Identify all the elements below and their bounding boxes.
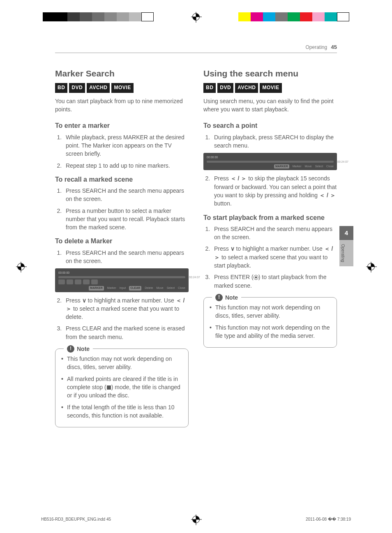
registration-marks	[0, 0, 392, 23]
section-name: Operating	[305, 44, 327, 50]
subheading: To recall a marked scene	[55, 175, 189, 184]
subheading: To search a point	[203, 121, 337, 130]
page-content: Operating 45 4 Operating Marker Search B…	[41, 41, 351, 500]
badge-avchd: AVCHD	[235, 83, 258, 92]
note-item: All marked points are cleared if the tit…	[61, 375, 182, 400]
format-badges: BD DVD AVCHD MOVIE	[55, 83, 189, 92]
registration-target-icon	[192, 516, 200, 523]
enter-icon	[254, 275, 258, 280]
screenshot-footer: MARKERMarker MoveSelectClose	[207, 164, 334, 168]
list-item: Press ＜ / ＞ to skip the playback 15 seco…	[212, 174, 337, 208]
timecode: 00:00:00	[207, 155, 334, 159]
badge-bd: BD	[55, 83, 67, 92]
note-icon: !	[67, 345, 74, 353]
progress-bar: 00:24:07	[207, 161, 334, 163]
note-header: ! Note	[64, 345, 93, 353]
ordered-list: Press SEARCH and the search menu appears…	[55, 187, 189, 231]
ordered-list: Press ∨ to highlight a marker number. Us…	[55, 296, 189, 341]
subheading: To delete a Marker	[55, 236, 189, 246]
badge-movie: MOVIE	[111, 83, 133, 92]
list-item: Repeat step 1 to add up to nine markers.	[63, 162, 189, 170]
intro-text: You can start playback from up to nine m…	[55, 97, 189, 114]
search-menu-screenshot: 00:00:00 00:24:07 MARKERMarker Input CLE…	[55, 268, 189, 292]
left-right-arrow-icon: ＜ / ＞	[231, 175, 247, 182]
intro-text: Using search menu, you can easily to fin…	[203, 97, 337, 114]
grayscale-swatches	[43, 12, 154, 21]
note-icon: !	[215, 294, 223, 301]
page-header: Operating 45	[305, 44, 337, 51]
registration-target-icon	[192, 13, 200, 21]
chapter-tab: 4 Operating	[339, 226, 353, 266]
list-item: Press SEARCH and the search menu appears…	[212, 225, 337, 242]
list-item: During playback, press SEARCH to display…	[212, 133, 337, 150]
left-right-arrow-icon: ＜ / ＞	[319, 192, 336, 198]
list-item: Press ∨ to highlight a marker number. Us…	[63, 296, 189, 321]
ordered-list: Press ＜ / ＞ to skip the playback 15 seco…	[203, 174, 337, 208]
right-column: Using the search menu BD DVD AVCHD MOVIE…	[203, 67, 337, 427]
search-menu-screenshot: 00:00:00 00:24:07 MARKERMarker MoveSelec…	[203, 153, 337, 170]
progress-bar: 00:24:07	[58, 276, 185, 278]
page-number: 45	[331, 44, 337, 50]
subheading: To start playback from a marked scene	[203, 213, 337, 222]
color-swatches	[238, 12, 349, 21]
list-item: Press CLEAR and the marked scene is eras…	[63, 324, 189, 341]
print-footer: HB516-RD3_BDEUPPK_ENG.indd 45 2011-06-08…	[41, 517, 351, 523]
badge-bd: BD	[203, 83, 216, 92]
badge-avchd: AVCHD	[87, 83, 110, 92]
note-label: Note	[225, 293, 238, 302]
marker-chips	[58, 279, 185, 284]
list-item: Press SEARCH and the search menu appears…	[63, 249, 189, 265]
note-item: If the total length of the title is less…	[61, 403, 182, 420]
list-item: While playback, press MARKER at the desi…	[63, 133, 189, 158]
list-item: Press ∨ to highlight a marker number. Us…	[212, 245, 337, 270]
note-header: ! Note	[212, 293, 241, 302]
ordered-list: While playback, press MARKER at the desi…	[55, 133, 189, 170]
ordered-list: Press SEARCH and the search menu appears…	[203, 225, 337, 290]
note-item: This function may not work depending on …	[61, 355, 182, 371]
list-item: Press SEARCH and the search menu appears…	[63, 187, 189, 203]
note-box: ! Note This function may not work depend…	[55, 348, 189, 427]
footer-filename: HB516-RD3_BDEUPPK_ENG.indd 45	[41, 517, 111, 523]
registration-target-icon	[17, 263, 25, 270]
badge-movie: MOVIE	[260, 83, 281, 92]
ordered-list: During playback, press SEARCH to display…	[203, 133, 337, 150]
note-item: This function may not work depending on …	[210, 303, 331, 320]
list-item: Press a number button to select a marker…	[63, 207, 189, 232]
registration-target-icon	[367, 263, 375, 270]
heading-marker-search: Marker Search	[55, 67, 189, 80]
note-box: ! Note This function may not work depend…	[203, 297, 337, 348]
badge-dvd: DVD	[217, 83, 233, 92]
header-rule	[55, 53, 337, 53]
stop-icon	[107, 385, 111, 390]
down-arrow-icon: ∨	[82, 297, 86, 304]
note-label: Note	[77, 345, 90, 353]
chapter-label: Operating	[339, 240, 353, 266]
heading-search-menu: Using the search menu	[203, 67, 337, 80]
format-badges: BD DVD AVCHD MOVIE	[203, 83, 337, 92]
down-arrow-icon: ∨	[231, 245, 235, 252]
ordered-list: Press SEARCH and the search menu appears…	[55, 249, 189, 265]
chapter-number: 4	[339, 226, 353, 240]
note-item: This function may not work depending on …	[210, 323, 331, 340]
badge-dvd: DVD	[69, 83, 85, 92]
subheading: To enter a marker	[55, 121, 189, 130]
footer-timestamp: 2011-06-08 �� 7:38:19	[306, 517, 351, 523]
screenshot-footer: MARKERMarker Input CLEARDelete MoveSelec…	[58, 286, 185, 290]
timecode: 00:00:00	[58, 271, 185, 275]
left-column: Marker Search BD DVD AVCHD MOVIE You can…	[55, 67, 189, 427]
list-item: Press ENTER () to start playback from th…	[212, 273, 337, 290]
